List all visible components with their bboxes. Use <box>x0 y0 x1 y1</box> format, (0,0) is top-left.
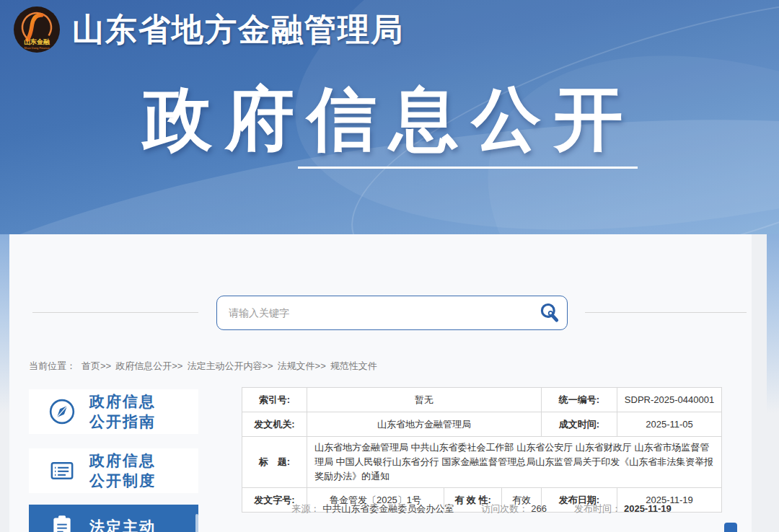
search-box <box>216 296 568 330</box>
visits-field: 访问次数：266 <box>481 502 547 515</box>
title-underline <box>298 167 638 169</box>
written-date-label: 成文时间: <box>542 412 617 437</box>
document-title-value: 山东省地方金融管理局 中共山东省委社会工作部 山东省公安厅 山东省财政厅 山东省… <box>307 437 722 488</box>
sidebar: 政府信息 公开指南 政府信息 公开制度 <box>29 389 198 532</box>
page-title: 政府信息公开 <box>0 74 779 167</box>
source-field: 来源：中共山东省委金融委员会办公室 <box>291 502 454 515</box>
unified-number-label: 统一编号: <box>542 388 617 412</box>
unified-number-value: SDPR-2025-0440001 <box>617 388 722 412</box>
site-header: 山东金融 Shan Dong Finance 山东省地方金融管理局 <box>13 6 404 53</box>
breadcrumb-item-statutory-content[interactable]: 法定主动公开内容 <box>187 360 262 371</box>
search-divider-left <box>32 312 198 313</box>
table-row: 标 题: 山东省地方金融管理局 中共山东省委社会工作部 山东省公安厅 山东省财政… <box>242 437 722 488</box>
search-button[interactable] <box>532 296 567 329</box>
search-divider-right <box>585 312 747 313</box>
site-logo[interactable]: 山东金融 Shan Dong Finance <box>13 6 61 53</box>
issuing-agency-value: 山东省地方金融管理局 <box>307 412 542 437</box>
breadcrumb: 当前位置：首页>>政府信息公开>>法定主动公开内容>>法规文件>>规范性文件 <box>29 360 377 373</box>
compass-icon <box>48 397 76 426</box>
source-value: 中共山东省委金融委员会办公室 <box>322 503 454 514</box>
index-number-label: 索引号: <box>242 388 307 412</box>
written-date-value: 2025-11-05 <box>617 412 722 437</box>
right-edge-gradient <box>767 234 779 532</box>
document-info-table: 索引号: 暂无 统一编号: SDPR-2025-0440001 发文机关: 山东… <box>242 387 722 513</box>
publish-time-field: 发布时间：2025-11-19 <box>574 502 672 515</box>
breadcrumb-label: 当前位置： <box>29 360 76 371</box>
sidebar-scrollbar[interactable] <box>195 514 198 532</box>
sidebar-item-label: 政府信息 公开制度 <box>89 451 156 492</box>
visits-label: 访问次数： <box>481 503 528 514</box>
publish-time-label: 发布时间： <box>574 503 621 514</box>
document-title-label: 标 题: <box>242 437 307 488</box>
breadcrumb-separator: >> <box>172 360 182 371</box>
back-to-top-button[interactable] <box>724 523 737 532</box>
logo-text: 山东金融 <box>24 38 50 45</box>
sidebar-item-label: 法定主动 <box>89 517 156 532</box>
breadcrumb-item-regulations[interactable]: 法规文件 <box>278 360 315 371</box>
content-area: 当前位置：首页>>政府信息公开>>法定主动公开内容>>法规文件>>规范性文件 政… <box>0 234 779 532</box>
sidebar-item-disclosure-system[interactable]: 政府信息 公开制度 <box>29 448 198 493</box>
breadcrumb-separator: >> <box>100 360 111 371</box>
issuing-agency-label: 发文机关: <box>242 412 307 437</box>
search-icon <box>539 302 560 324</box>
book-list-icon <box>48 456 76 485</box>
breadcrumb-item-info-disclosure[interactable]: 政府信息公开 <box>115 360 172 371</box>
clipboard-icon <box>48 513 76 532</box>
top-banner: 山东金融 Shan Dong Finance 山东省地方金融管理局 政府信息公开 <box>0 0 779 234</box>
breadcrumb-separator: >> <box>262 360 273 371</box>
source-label: 来源： <box>291 503 320 514</box>
publish-time-value: 2025-11-19 <box>624 503 672 514</box>
table-row: 发文机关: 山东省地方金融管理局 成文时间: 2025-11-05 <box>242 412 722 437</box>
left-edge-gradient <box>0 234 9 532</box>
breadcrumb-separator: >> <box>315 360 326 371</box>
logo-subtext: Shan Dong Finance <box>24 46 50 50</box>
breadcrumb-item-normative-docs[interactable]: 规范性文件 <box>330 360 377 371</box>
site-title[interactable]: 山东省地方金融管理局 <box>72 9 404 51</box>
document-meta-line: 来源：中共山东省委金融委员会办公室 访问次数：266 发布时间：2025-11-… <box>242 502 721 515</box>
table-row: 索引号: 暂无 统一编号: SDPR-2025-0440001 <box>242 388 722 412</box>
sidebar-item-disclosure-guide[interactable]: 政府信息 公开指南 <box>29 389 198 434</box>
sidebar-item-label: 政府信息 公开指南 <box>89 391 156 433</box>
visits-count: 266 <box>531 503 547 514</box>
sidebar-item-statutory-disclosure[interactable]: 法定主动 <box>29 505 198 532</box>
breadcrumb-item-home[interactable]: 首页 <box>82 360 100 371</box>
search-input[interactable] <box>217 307 532 319</box>
content-card: 当前位置：首页>>政府信息公开>>法定主动公开内容>>法规文件>>规范性文件 政… <box>9 234 752 532</box>
index-number-value: 暂无 <box>307 388 542 412</box>
